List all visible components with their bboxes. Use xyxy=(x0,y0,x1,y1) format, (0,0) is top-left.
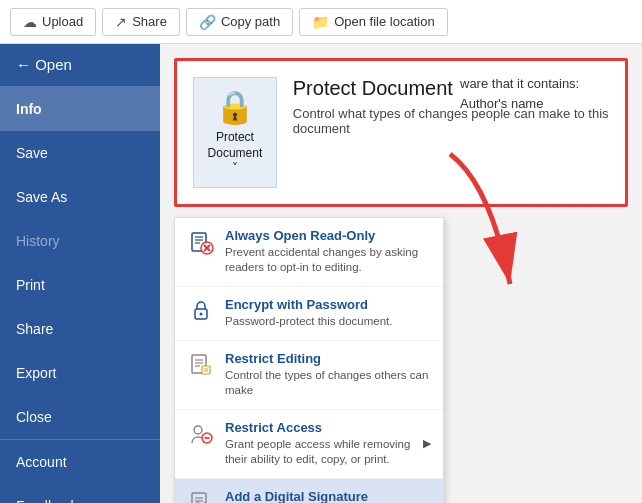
upload-label: Upload xyxy=(42,14,83,29)
upload-button[interactable]: ☁ Upload xyxy=(10,8,96,36)
folder-icon: 📁 xyxy=(312,14,329,30)
menu-desc-restrict-editing: Control the types of changes others can … xyxy=(225,368,431,399)
share-button[interactable]: ↗ Share xyxy=(102,8,180,36)
sidebar-feedback-label: Feedback xyxy=(16,498,77,503)
main-area: ← Open Info Save Save As History Print S… xyxy=(0,44,642,503)
sidebar: ← Open Info Save Save As History Print S… xyxy=(0,44,160,503)
menu-desc-encrypt: Password-protect this document. xyxy=(225,314,392,330)
sidebar-bottom: Account Feedback xyxy=(0,439,160,503)
share-label: Share xyxy=(132,14,167,29)
sidebar-save-as-label: Save As xyxy=(16,189,67,205)
sidebar-item-account[interactable]: Account xyxy=(0,440,160,484)
menu-text-restrict-editing: Restrict Editing Control the types of ch… xyxy=(225,351,431,399)
menu-text-encrypt: Encrypt with Password Password-protect t… xyxy=(225,297,392,330)
copy-path-button[interactable]: 🔗 Copy path xyxy=(186,8,293,36)
upload-icon: ☁ xyxy=(23,14,37,30)
svg-point-8 xyxy=(200,312,203,315)
menu-title-restrict-editing: Restrict Editing xyxy=(225,351,431,366)
toolbar: ☁ Upload ↗ Share 🔗 Copy path 📁 Open file… xyxy=(0,0,642,44)
sidebar-item-save[interactable]: Save xyxy=(0,131,160,175)
protect-dropdown-menu: Always Open Read-Only Prevent accidental… xyxy=(174,217,444,503)
sidebar-save-label: Save xyxy=(16,145,48,161)
submenu-arrow-icon: ▶ xyxy=(423,437,431,450)
right-info-panel: ware that it contains: Author's name xyxy=(452,58,642,129)
menu-text-restrict-access: Restrict Access Grant people access whil… xyxy=(225,420,413,468)
svg-rect-13 xyxy=(202,366,210,374)
menu-text-digital-signature: Add a Digital Signature Ensure the integ… xyxy=(225,489,431,503)
lock-icon: 🔒 xyxy=(215,88,255,126)
content-area: 🔒 Protect Document ˅ Protect Document Co… xyxy=(160,44,642,503)
sidebar-account-label: Account xyxy=(16,454,67,470)
open-file-location-button[interactable]: 📁 Open file location xyxy=(299,8,447,36)
menu-item-always-open-readonly[interactable]: Always Open Read-Only Prevent accidental… xyxy=(175,218,443,287)
sidebar-item-print[interactable]: Print xyxy=(0,263,160,307)
protect-button-label: Protect Document ˅ xyxy=(208,130,263,177)
right-info-line1: ware that it contains: xyxy=(460,74,634,94)
sidebar-export-label: Export xyxy=(16,365,56,381)
sidebar-share-label: Share xyxy=(16,321,53,337)
protect-document-button[interactable]: 🔒 Protect Document ˅ xyxy=(193,77,277,188)
copy-path-icon: 🔗 xyxy=(199,14,216,30)
sidebar-item-share[interactable]: Share xyxy=(0,307,160,351)
right-info-line2: Author's name xyxy=(460,94,634,114)
menu-desc-restrict-access: Grant people access while removing their… xyxy=(225,437,413,468)
restrict-access-icon xyxy=(187,421,215,453)
open-arrow-icon: ← xyxy=(16,56,35,73)
sidebar-history-label: History xyxy=(16,233,60,249)
menu-item-restrict-editing[interactable]: Restrict Editing Control the types of ch… xyxy=(175,341,443,410)
sidebar-item-close[interactable]: Close xyxy=(0,395,160,439)
sidebar-print-label: Print xyxy=(16,277,45,293)
readonly-icon xyxy=(187,229,215,261)
menu-title-digital-signature: Add a Digital Signature xyxy=(225,489,431,503)
sidebar-item-history: History xyxy=(0,219,160,263)
menu-desc-readonly: Prevent accidental changes by asking rea… xyxy=(225,245,431,276)
restrict-editing-icon xyxy=(187,352,215,384)
menu-title-restrict-access: Restrict Access xyxy=(225,420,413,435)
sidebar-item-feedback[interactable]: Feedback xyxy=(0,484,160,503)
menu-text-readonly: Always Open Read-Only Prevent accidental… xyxy=(225,228,431,276)
menu-item-digital-signature[interactable]: ✍ Add a Digital Signature Ensure the int… xyxy=(175,479,443,503)
sidebar-open-label: ← Open xyxy=(16,56,72,73)
open-file-location-label: Open file location xyxy=(334,14,434,29)
digital-signature-icon: ✍ xyxy=(187,490,215,503)
encrypt-icon xyxy=(187,298,215,330)
sidebar-item-export[interactable]: Export xyxy=(0,351,160,395)
copy-path-label: Copy path xyxy=(221,14,280,29)
sidebar-item-save-as[interactable]: Save As xyxy=(0,175,160,219)
menu-item-encrypt-password[interactable]: Encrypt with Password Password-protect t… xyxy=(175,287,443,341)
sidebar-open[interactable]: ← Open xyxy=(0,44,160,87)
menu-item-restrict-access[interactable]: Restrict Access Grant people access whil… xyxy=(175,410,443,479)
sidebar-item-info[interactable]: Info xyxy=(0,87,160,131)
svg-point-14 xyxy=(194,426,202,434)
share-icon: ↗ xyxy=(115,14,127,30)
sidebar-close-label: Close xyxy=(16,409,52,425)
sidebar-info-label: Info xyxy=(16,101,42,117)
menu-title-readonly: Always Open Read-Only xyxy=(225,228,431,243)
menu-title-encrypt: Encrypt with Password xyxy=(225,297,392,312)
